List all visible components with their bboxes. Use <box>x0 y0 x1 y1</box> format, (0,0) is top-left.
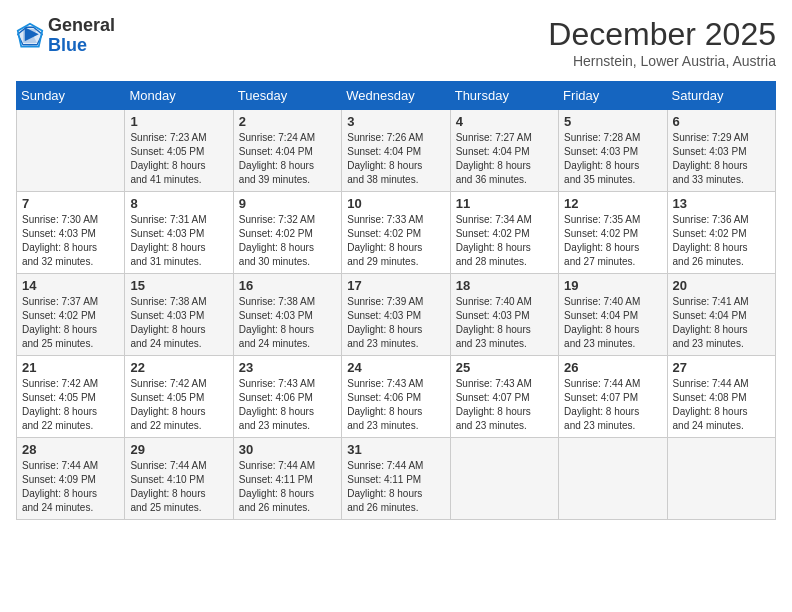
calendar-cell: 7Sunrise: 7:30 AM Sunset: 4:03 PM Daylig… <box>17 192 125 274</box>
day-info: Sunrise: 7:40 AM Sunset: 4:04 PM Dayligh… <box>564 295 661 351</box>
calendar-week-row: 21Sunrise: 7:42 AM Sunset: 4:05 PM Dayli… <box>17 356 776 438</box>
day-number: 3 <box>347 114 444 129</box>
day-number: 9 <box>239 196 336 211</box>
calendar-cell: 1Sunrise: 7:23 AM Sunset: 4:05 PM Daylig… <box>125 110 233 192</box>
logo-blue-text: Blue <box>48 35 87 55</box>
calendar-cell: 23Sunrise: 7:43 AM Sunset: 4:06 PM Dayli… <box>233 356 341 438</box>
calendar-week-row: 28Sunrise: 7:44 AM Sunset: 4:09 PM Dayli… <box>17 438 776 520</box>
calendar-cell: 4Sunrise: 7:27 AM Sunset: 4:04 PM Daylig… <box>450 110 558 192</box>
calendar-cell <box>17 110 125 192</box>
day-info: Sunrise: 7:42 AM Sunset: 4:05 PM Dayligh… <box>130 377 227 433</box>
day-number: 16 <box>239 278 336 293</box>
month-title: December 2025 <box>548 16 776 53</box>
calendar-cell: 12Sunrise: 7:35 AM Sunset: 4:02 PM Dayli… <box>559 192 667 274</box>
calendar-cell: 30Sunrise: 7:44 AM Sunset: 4:11 PM Dayli… <box>233 438 341 520</box>
day-info: Sunrise: 7:40 AM Sunset: 4:03 PM Dayligh… <box>456 295 553 351</box>
day-number: 26 <box>564 360 661 375</box>
day-number: 17 <box>347 278 444 293</box>
day-info: Sunrise: 7:41 AM Sunset: 4:04 PM Dayligh… <box>673 295 770 351</box>
calendar-cell: 19Sunrise: 7:40 AM Sunset: 4:04 PM Dayli… <box>559 274 667 356</box>
day-info: Sunrise: 7:26 AM Sunset: 4:04 PM Dayligh… <box>347 131 444 187</box>
calendar-cell: 22Sunrise: 7:42 AM Sunset: 4:05 PM Dayli… <box>125 356 233 438</box>
day-number: 19 <box>564 278 661 293</box>
calendar-cell: 21Sunrise: 7:42 AM Sunset: 4:05 PM Dayli… <box>17 356 125 438</box>
day-info: Sunrise: 7:38 AM Sunset: 4:03 PM Dayligh… <box>239 295 336 351</box>
day-number: 24 <box>347 360 444 375</box>
page-header: General Blue December 2025 Hernstein, Lo… <box>16 16 776 69</box>
calendar-week-row: 7Sunrise: 7:30 AM Sunset: 4:03 PM Daylig… <box>17 192 776 274</box>
location-subtitle: Hernstein, Lower Austria, Austria <box>548 53 776 69</box>
calendar-cell: 17Sunrise: 7:39 AM Sunset: 4:03 PM Dayli… <box>342 274 450 356</box>
day-info: Sunrise: 7:43 AM Sunset: 4:06 PM Dayligh… <box>239 377 336 433</box>
calendar-cell: 10Sunrise: 7:33 AM Sunset: 4:02 PM Dayli… <box>342 192 450 274</box>
calendar-cell: 20Sunrise: 7:41 AM Sunset: 4:04 PM Dayli… <box>667 274 775 356</box>
calendar-cell: 26Sunrise: 7:44 AM Sunset: 4:07 PM Dayli… <box>559 356 667 438</box>
day-info: Sunrise: 7:44 AM Sunset: 4:07 PM Dayligh… <box>564 377 661 433</box>
day-number: 8 <box>130 196 227 211</box>
day-info: Sunrise: 7:37 AM Sunset: 4:02 PM Dayligh… <box>22 295 119 351</box>
day-info: Sunrise: 7:32 AM Sunset: 4:02 PM Dayligh… <box>239 213 336 269</box>
calendar-cell: 16Sunrise: 7:38 AM Sunset: 4:03 PM Dayli… <box>233 274 341 356</box>
calendar-cell <box>559 438 667 520</box>
day-number: 28 <box>22 442 119 457</box>
day-number: 1 <box>130 114 227 129</box>
weekday-header-row: SundayMondayTuesdayWednesdayThursdayFrid… <box>17 82 776 110</box>
weekday-header-thursday: Thursday <box>450 82 558 110</box>
day-number: 4 <box>456 114 553 129</box>
calendar-body: 1Sunrise: 7:23 AM Sunset: 4:05 PM Daylig… <box>17 110 776 520</box>
calendar-cell: 29Sunrise: 7:44 AM Sunset: 4:10 PM Dayli… <box>125 438 233 520</box>
calendar-cell: 13Sunrise: 7:36 AM Sunset: 4:02 PM Dayli… <box>667 192 775 274</box>
day-number: 14 <box>22 278 119 293</box>
logo-icon <box>16 22 44 50</box>
day-number: 6 <box>673 114 770 129</box>
day-info: Sunrise: 7:24 AM Sunset: 4:04 PM Dayligh… <box>239 131 336 187</box>
day-info: Sunrise: 7:34 AM Sunset: 4:02 PM Dayligh… <box>456 213 553 269</box>
calendar-cell: 28Sunrise: 7:44 AM Sunset: 4:09 PM Dayli… <box>17 438 125 520</box>
weekday-header-friday: Friday <box>559 82 667 110</box>
day-number: 2 <box>239 114 336 129</box>
calendar-cell: 18Sunrise: 7:40 AM Sunset: 4:03 PM Dayli… <box>450 274 558 356</box>
title-block: December 2025 Hernstein, Lower Austria, … <box>548 16 776 69</box>
day-number: 13 <box>673 196 770 211</box>
day-number: 25 <box>456 360 553 375</box>
calendar-cell: 6Sunrise: 7:29 AM Sunset: 4:03 PM Daylig… <box>667 110 775 192</box>
day-number: 31 <box>347 442 444 457</box>
calendar-cell <box>667 438 775 520</box>
day-info: Sunrise: 7:29 AM Sunset: 4:03 PM Dayligh… <box>673 131 770 187</box>
day-number: 7 <box>22 196 119 211</box>
day-number: 20 <box>673 278 770 293</box>
calendar-cell: 31Sunrise: 7:44 AM Sunset: 4:11 PM Dayli… <box>342 438 450 520</box>
calendar-cell <box>450 438 558 520</box>
logo-general-text: General <box>48 15 115 35</box>
day-info: Sunrise: 7:23 AM Sunset: 4:05 PM Dayligh… <box>130 131 227 187</box>
day-info: Sunrise: 7:35 AM Sunset: 4:02 PM Dayligh… <box>564 213 661 269</box>
day-info: Sunrise: 7:36 AM Sunset: 4:02 PM Dayligh… <box>673 213 770 269</box>
calendar-week-row: 1Sunrise: 7:23 AM Sunset: 4:05 PM Daylig… <box>17 110 776 192</box>
day-number: 15 <box>130 278 227 293</box>
day-info: Sunrise: 7:44 AM Sunset: 4:11 PM Dayligh… <box>239 459 336 515</box>
day-info: Sunrise: 7:39 AM Sunset: 4:03 PM Dayligh… <box>347 295 444 351</box>
day-info: Sunrise: 7:43 AM Sunset: 4:07 PM Dayligh… <box>456 377 553 433</box>
calendar-cell: 11Sunrise: 7:34 AM Sunset: 4:02 PM Dayli… <box>450 192 558 274</box>
day-number: 18 <box>456 278 553 293</box>
day-number: 29 <box>130 442 227 457</box>
day-number: 10 <box>347 196 444 211</box>
logo: General Blue <box>16 16 115 56</box>
day-info: Sunrise: 7:31 AM Sunset: 4:03 PM Dayligh… <box>130 213 227 269</box>
day-number: 5 <box>564 114 661 129</box>
weekday-header-saturday: Saturday <box>667 82 775 110</box>
calendar-table: SundayMondayTuesdayWednesdayThursdayFrid… <box>16 81 776 520</box>
weekday-header-sunday: Sunday <box>17 82 125 110</box>
weekday-header-tuesday: Tuesday <box>233 82 341 110</box>
day-info: Sunrise: 7:43 AM Sunset: 4:06 PM Dayligh… <box>347 377 444 433</box>
day-number: 30 <box>239 442 336 457</box>
day-number: 27 <box>673 360 770 375</box>
calendar-cell: 8Sunrise: 7:31 AM Sunset: 4:03 PM Daylig… <box>125 192 233 274</box>
day-info: Sunrise: 7:33 AM Sunset: 4:02 PM Dayligh… <box>347 213 444 269</box>
calendar-cell: 27Sunrise: 7:44 AM Sunset: 4:08 PM Dayli… <box>667 356 775 438</box>
day-number: 11 <box>456 196 553 211</box>
day-number: 22 <box>130 360 227 375</box>
calendar-cell: 2Sunrise: 7:24 AM Sunset: 4:04 PM Daylig… <box>233 110 341 192</box>
calendar-cell: 14Sunrise: 7:37 AM Sunset: 4:02 PM Dayli… <box>17 274 125 356</box>
calendar-cell: 24Sunrise: 7:43 AM Sunset: 4:06 PM Dayli… <box>342 356 450 438</box>
